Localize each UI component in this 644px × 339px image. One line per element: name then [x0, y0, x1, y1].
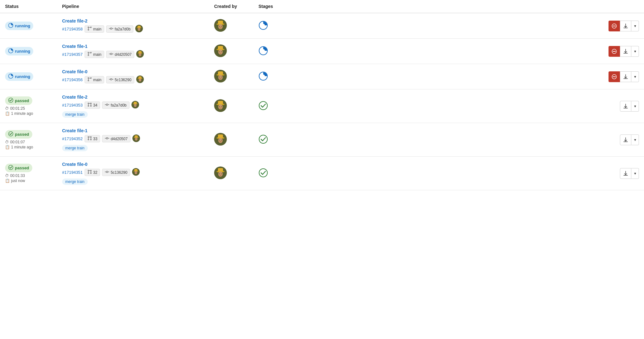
merge-train-badge: merge train [62, 179, 88, 185]
svg-point-78 [9, 98, 13, 102]
actions-dropdown-button[interactable]: ▾ [631, 71, 639, 82]
svg-point-135 [135, 171, 137, 174]
download-button[interactable] [620, 46, 631, 57]
actions-dropdown-button[interactable]: ▾ [631, 168, 639, 179]
svg-point-53 [10, 75, 11, 77]
status-time: ⏱ 00:01:33 [5, 173, 52, 178]
download-button[interactable] [620, 101, 631, 112]
actions-group: ▾ [609, 71, 639, 82]
creator-avatar [214, 108, 227, 113]
created-by-cell-4 [209, 89, 253, 123]
clock-icon: ⏱ [5, 140, 9, 144]
actions-dropdown-button[interactable]: ▾ [631, 134, 639, 145]
pipeline-name-link[interactable]: Create file-1 [62, 128, 87, 133]
stage-passed-icon [258, 173, 268, 179]
time-value: 00:01:07 [10, 140, 25, 144]
col-header-created-by: Created by [209, 0, 253, 13]
commit-hash: d4d20507 [111, 137, 127, 141]
svg-point-82 [91, 106, 92, 107]
actions-dropdown-button[interactable]: ▾ [631, 101, 639, 112]
pipeline-name-link[interactable]: Create file-0 [62, 69, 87, 74]
stage-running-icon [258, 51, 268, 56]
svg-point-4 [91, 27, 92, 28]
svg-point-19 [221, 26, 222, 27]
merge-train-badge: merge train [62, 145, 88, 151]
actions-dropdown-button[interactable]: ▾ [631, 46, 639, 57]
download-button[interactable] [620, 168, 631, 179]
pipeline-cell-3: Create file-0#17194356 main 5c136290 [57, 64, 209, 89]
svg-point-27 [10, 50, 11, 51]
download-button[interactable] [620, 21, 631, 31]
table-row: runningCreate file-2#17194358 main fa2a7… [0, 13, 644, 39]
status-label: passed [15, 98, 29, 103]
pipeline-id[interactable]: #17194352 [62, 136, 83, 141]
svg-point-57 [111, 79, 112, 80]
svg-point-104 [91, 137, 92, 138]
cancel-button[interactable] [609, 71, 620, 82]
status-label: passed [15, 166, 29, 170]
commit-icon [109, 77, 113, 82]
creator-avatar [214, 78, 227, 83]
svg-point-89 [134, 104, 136, 107]
svg-point-71 [221, 77, 222, 77]
svg-point-124 [9, 165, 13, 170]
svg-point-17 [218, 24, 223, 29]
svg-rect-16 [218, 21, 223, 24]
status-date: 📋 just now [5, 179, 52, 183]
branch-badge: main [85, 76, 104, 83]
created-by-cell-2 [209, 39, 253, 64]
date-value: 1 minute ago [11, 111, 33, 116]
commit-icon [109, 26, 113, 32]
passed-icon [8, 98, 13, 104]
pipeline-name-link[interactable]: Create file-0 [62, 162, 87, 167]
download-button[interactable] [620, 134, 631, 145]
cancel-button[interactable] [609, 46, 620, 57]
svg-point-3 [88, 29, 89, 30]
pipeline-id[interactable]: #17194353 [62, 103, 83, 108]
svg-point-128 [91, 173, 92, 174]
commit-badge: 5c136290 [102, 169, 130, 176]
svg-point-120 [221, 140, 222, 140]
status-label: running [15, 49, 30, 54]
time-value: 00:01:25 [10, 106, 25, 111]
svg-point-30 [91, 52, 92, 53]
commit-badge: 5c136290 [106, 76, 134, 83]
svg-point-80 [88, 106, 89, 107]
mr-number: 34 [93, 103, 97, 108]
svg-point-126 [88, 173, 89, 174]
pipeline-cell-2: Create file-1#17194357 main d4d20507 [57, 39, 209, 64]
creator-avatar [214, 28, 227, 33]
svg-rect-42 [218, 46, 223, 49]
svg-point-12 [138, 29, 139, 29]
pipeline-name-link[interactable]: Create file-2 [62, 95, 87, 100]
pipeline-avatar [132, 168, 140, 177]
svg-rect-117 [218, 134, 223, 138]
download-button[interactable] [620, 71, 631, 82]
svg-point-5 [111, 28, 112, 29]
svg-point-63 [139, 79, 141, 82]
svg-point-2 [88, 27, 89, 28]
pipeline-avatar [136, 75, 144, 84]
svg-point-79 [88, 103, 89, 104]
svg-point-96 [219, 106, 220, 107]
pipeline-name-link[interactable]: Create file-2 [62, 18, 87, 23]
stages-cell-1 [253, 13, 317, 39]
svg-point-136 [135, 172, 136, 173]
pipeline-name-link[interactable]: Create file-1 [62, 44, 87, 49]
svg-point-113 [135, 139, 136, 139]
running-icon [8, 48, 13, 54]
actions-dropdown-button[interactable]: ▾ [631, 21, 639, 31]
cancel-button[interactable] [609, 21, 620, 31]
creator-avatar [214, 141, 227, 147]
pipeline-id[interactable]: #17194358 [62, 27, 83, 31]
svg-point-114 [137, 139, 137, 139]
svg-point-64 [139, 80, 139, 80]
branch-badge: main [85, 25, 104, 33]
stages-cell-5 [253, 123, 317, 157]
pipeline-cell-5: Create file-1#17194352 33 d4d20507 merge… [57, 123, 209, 157]
commit-hash: 5c136290 [115, 78, 131, 82]
pipeline-id[interactable]: #17194351 [62, 170, 83, 175]
status-cell-5: passed ⏱ 00:01:07 📋 1 minute ago [0, 123, 57, 157]
pipeline-id[interactable]: #17194357 [62, 52, 83, 57]
pipeline-id[interactable]: #17194356 [62, 77, 83, 82]
